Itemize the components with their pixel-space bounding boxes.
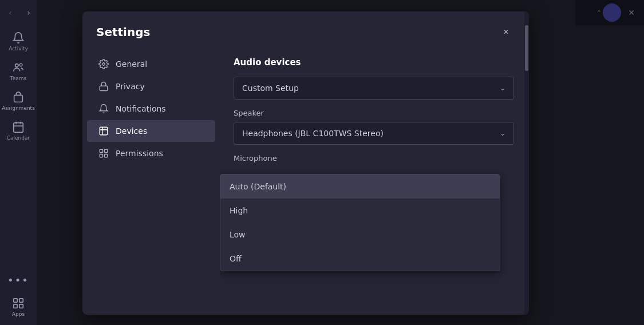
nav-privacy-label: Privacy [116, 82, 145, 91]
apps-label: Apps [12, 311, 25, 317]
svg-rect-13 [100, 149, 102, 152]
modal-title: Settings [96, 25, 150, 39]
modal-scrollbar[interactable] [524, 48, 529, 315]
gear-icon [98, 59, 109, 69]
sidebar-item-teams[interactable]: Teams [5, 57, 32, 85]
main-area: ⌃ ✕ Settings × General [37, 0, 644, 325]
assignments-label: Assignments [2, 105, 35, 111]
dropdown-item-auto[interactable]: Auto (Default) [220, 175, 500, 199]
dropdown-item-off[interactable]: Off [220, 247, 500, 271]
svg-point-11 [102, 63, 105, 66]
teams-label: Teams [10, 76, 26, 81]
dropdown-item-low[interactable]: Low [220, 223, 500, 247]
settings-content: Audio devices Custom Setup ⌄ Speaker Hea… [220, 48, 529, 315]
nav-notifications-label: Notifications [116, 104, 166, 113]
microphone-label: Microphone [234, 154, 515, 162]
chevron-down-icon: ⌄ [500, 129, 505, 137]
microphone-dropdown: Auto (Default) High Low Off [220, 174, 500, 271]
nav-devices-label: Devices [116, 126, 147, 136]
bell-icon [12, 31, 25, 44]
scrollbar-thumb [525, 48, 528, 71]
bell-nav-icon [98, 104, 109, 114]
forward-button[interactable]: › [21, 5, 37, 21]
audio-device-value: Custom Setup [242, 84, 299, 93]
nav-item-privacy[interactable]: Privacy [87, 76, 215, 97]
svg-rect-16 [105, 154, 108, 157]
teams-icon [12, 61, 25, 74]
nav-general-label: General [116, 60, 147, 69]
sidebar-item-apps[interactable]: Apps [5, 293, 32, 320]
bag-icon [12, 91, 25, 104]
device-icon [98, 126, 109, 136]
nav-item-notifications[interactable]: Notifications [87, 98, 215, 120]
svg-rect-9 [14, 304, 17, 307]
speaker-select[interactable]: Headphones (JBL C100TWS Stereo) ⌄ [234, 122, 514, 145]
modal-close-button[interactable]: × [497, 23, 515, 41]
modal-body: General Privacy Notification [82, 48, 529, 315]
speaker-label: Speaker [234, 109, 515, 117]
svg-rect-7 [14, 298, 17, 302]
nav-permissions-label: Permissions [116, 149, 163, 158]
svg-rect-10 [19, 304, 23, 307]
speaker-value: Headphones (JBL C100TWS Stereo) [242, 129, 384, 138]
svg-point-0 [15, 64, 19, 67]
apps-icon [12, 297, 25, 310]
grid-icon [98, 148, 109, 158]
sidebar-item-calendar[interactable]: Calendar [5, 117, 32, 144]
svg-point-1 [19, 64, 22, 66]
svg-rect-3 [14, 122, 23, 132]
modal-header: Settings × [82, 11, 529, 48]
lock-icon [98, 81, 109, 92]
svg-rect-15 [100, 154, 102, 157]
back-button[interactable]: ‹ [2, 5, 18, 21]
settings-nav: General Privacy Notification [82, 48, 220, 315]
nav-item-devices[interactable]: Devices [87, 120, 215, 142]
settings-modal: Settings × General [82, 11, 529, 315]
nav-item-general[interactable]: General [87, 53, 215, 75]
audio-section-title: Audio devices [234, 57, 515, 68]
nav-arrows: ‹ › [2, 5, 37, 21]
calendar-icon [12, 121, 25, 133]
calendar-label: Calendar [7, 135, 30, 141]
nav-item-permissions[interactable]: Permissions [87, 142, 215, 164]
activity-label: Activity [9, 46, 28, 51]
sidebar-item-activity[interactable]: Activity [5, 27, 32, 55]
chevron-down-icon: ⌄ [500, 84, 505, 92]
svg-rect-2 [14, 95, 23, 102]
svg-rect-8 [19, 298, 23, 302]
more-items[interactable]: ••• [3, 269, 34, 291]
svg-rect-14 [105, 149, 108, 152]
svg-rect-12 [100, 86, 108, 90]
audio-device-select[interactable]: Custom Setup ⌄ [234, 77, 514, 100]
app-sidebar: ‹ › Activity Teams Assignments [0, 0, 37, 325]
dropdown-item-high[interactable]: High [220, 199, 500, 223]
sidebar-item-assignments[interactable]: Assignments [5, 87, 32, 114]
